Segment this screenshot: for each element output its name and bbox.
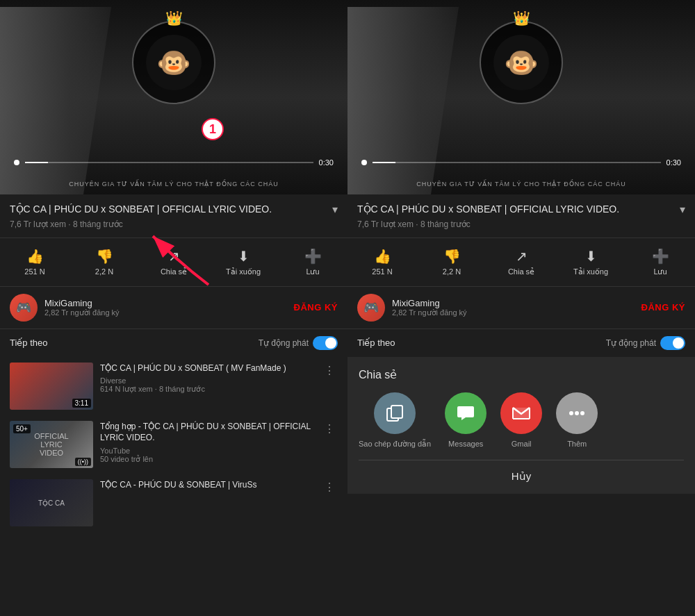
share-button-left[interactable]: ↗ Chia sẻ [139, 244, 208, 281]
action-buttons-left: 👍 251 N 👎 2,2 N ↗ Chia sẻ ⬇ Tải xuống ➕ … [0, 238, 348, 287]
thumbnail-3: TỘC CA [10, 479, 93, 526]
like-icon-right: 👍 [374, 248, 391, 265]
more-icon-3[interactable]: ⋮ [321, 479, 338, 526]
up-next-label-right: Tiếp theo [357, 338, 395, 348]
share-button-right[interactable]: ↗ Chia sẻ [486, 244, 556, 281]
channel-name-right[interactable]: MixiGaming [392, 298, 641, 308]
video-meta-right: 7,6 Tr lượt xem · 8 tháng trước [357, 219, 685, 229]
more-icon-1[interactable]: ⋮ [321, 363, 338, 410]
share-icon-right: ↗ [516, 248, 528, 265]
dislike-button-left[interactable]: 👎 2,2 N [70, 244, 139, 281]
channel-info-left: MixiGaming 2,82 Tr người đăng ký [44, 298, 294, 317]
like-button-right[interactable]: 👍 251 N [348, 244, 417, 281]
more-icon-2[interactable]: ⋮ [321, 421, 338, 468]
channel-name-left[interactable]: MixiGaming [44, 298, 294, 308]
auto-play-label-left: Tự động phát [259, 338, 309, 348]
action-buttons-right: 👍 251 N 👎 2,2 N ↗ Chia sẻ ⬇ Tải xuống ➕ … [348, 238, 695, 287]
like-icon-left: 👍 [26, 248, 44, 265]
save-icon-left: ➕ [304, 248, 322, 265]
up-next-row-left: Tiếp theo Tự động phát [0, 329, 348, 357]
duration-badge-1: 3:11 [72, 399, 91, 408]
mascot-left: 👑 🐵 [125, 14, 222, 111]
share-option-more[interactable]: Thêm [556, 392, 598, 449]
channel-avatar-left[interactable]: 🎮 [10, 294, 38, 322]
channel-row-right: 🎮 MixiGaming 2,82 Tr người đăng ký ĐĂNG … [348, 287, 695, 329]
list-item[interactable]: OFFICIALLYRIC VIDEO 50+ ((•)) Tổng hợp -… [0, 415, 348, 474]
progress-dot-left [14, 160, 19, 165]
video-item-title-3: TỘC CA - PHÚC DU & SONBEAT | ViruSs [100, 479, 314, 491]
subscribe-button-left[interactable]: ĐĂNG KÝ [294, 302, 338, 313]
save-label-right: Lưu [653, 267, 667, 276]
auto-play-toggle-right[interactable] [660, 336, 685, 350]
like-button-left[interactable]: 👍 251 N [0, 244, 70, 281]
download-button-right[interactable]: ⬇ Tải xuống [556, 244, 626, 281]
progress-bar-left[interactable]: 0:30 [14, 158, 334, 167]
copy-icon [384, 403, 405, 424]
video-thumbnail-left[interactable]: 👑 🐵 0:30 CHUYÊN GIA TƯ VẤN TÂM LÝ CHO TH… [0, 0, 348, 194]
save-button-left[interactable]: ➕ Lưu [278, 244, 348, 281]
time-display-left: 0:30 [319, 158, 334, 167]
left-panel: 👑 🐵 0:30 CHUYÊN GIA TƯ VẤN TÂM LÝ CHO TH… [0, 0, 348, 616]
mascot-face-left: 🐵 [146, 35, 202, 90]
gmail-label: Gmail [512, 440, 532, 448]
svg-point-9 [580, 411, 584, 415]
share-label-left: Chia sẻ [161, 267, 187, 276]
avatar-icon-right: 🎮 [363, 300, 379, 315]
svg-rect-2 [391, 406, 402, 418]
messages-icon-circle [445, 392, 486, 434]
share-option-gmail[interactable]: Gmail [500, 392, 542, 449]
video-info-right: TỘC CA | PHÚC DU x SONBEAT | OFFICIAL LY… [348, 194, 695, 238]
up-next-row-right: Tiếp theo Tự động phát [348, 329, 695, 357]
channel-subs-right: 2,82 Tr người đăng ký [392, 308, 641, 317]
messages-label: Messages [448, 440, 483, 448]
video-info-left: TỘC CA | PHÚC DU x SONBEAT | OFFICIAL LY… [0, 194, 348, 238]
right-panel-content: 👑 🐵 0:30 CHUYÊN GIA TƯ VẤN TÂM LÝ CHO TH… [348, 0, 695, 616]
video-item-meta-1: 614 N lượt xem · 8 tháng trước [100, 385, 314, 394]
share-option-copy[interactable]: Sao chép đường dẫn [359, 392, 431, 449]
thumb-overlay-text-3: TỘC CA [38, 499, 65, 506]
subscribe-button-right[interactable]: ĐĂNG KÝ [641, 302, 685, 313]
download-icon-right: ⬇ [585, 248, 597, 265]
auto-play-row-right: Tự động phát [606, 336, 685, 350]
video-item-info-3: TỘC CA - PHÚC DU & SONBEAT | ViruSs [100, 479, 314, 526]
more-dots-icon [566, 403, 587, 424]
thumbnail-1: 3:11 [10, 363, 93, 410]
channel-info-right: MixiGaming 2,82 Tr người đăng ký [392, 298, 641, 317]
share-icon-left: ↗ [168, 248, 180, 265]
video-title-left: TỘC CA | PHÚC DU x SONBEAT | OFFICIAL LY… [10, 203, 327, 217]
channel-avatar-right[interactable]: 🎮 [357, 294, 385, 322]
video-item-info-2: Tổng hợp - TỘC CA | PHÚC DU x SONBEAT | … [100, 421, 314, 468]
download-label-right: Tải xuống [573, 267, 608, 276]
download-button-left[interactable]: ⬇ Tải xuống [208, 244, 278, 281]
video-title-right: TỘC CA | PHÚC DU x SONBEAT | OFFICIAL LY… [357, 203, 674, 217]
list-item[interactable]: 3:11 TỘC CA | PHÚC DU x SONBEAT ( MV Fan… [0, 357, 348, 415]
auto-play-row-left: Tự động phát [259, 336, 338, 350]
video-item-title-2: Tổng hợp - TỘC CA | PHÚC DU x SONBEAT | … [100, 421, 314, 444]
auto-play-toggle-left[interactable] [313, 336, 338, 350]
save-button-right[interactable]: ➕ Lưu [626, 244, 695, 281]
progress-bar-right[interactable]: 0:30 [361, 158, 681, 167]
thumbnail-2: OFFICIALLYRIC VIDEO 50+ ((•)) [10, 421, 93, 468]
video-item-info-1: TỘC CA | PHÚC DU x SONBEAT ( MV FanMade … [100, 363, 314, 410]
like-count-left: 251 N [24, 267, 44, 276]
thumb-overlay-text-2: OFFICIALLYRIC VIDEO [31, 432, 72, 457]
chevron-down-icon-right[interactable]: ▾ [680, 203, 685, 216]
dislike-button-right[interactable]: 👎 2,2 N [417, 244, 486, 281]
dislike-icon-left: 👎 [96, 248, 113, 265]
left-panel-content: 👑 🐵 0:30 CHUYÊN GIA TƯ VẤN TÂM LÝ CHO TH… [0, 0, 348, 616]
download-label-left: Tải xuống [226, 267, 261, 276]
mascot-face-right: 🐵 [493, 35, 549, 90]
chevron-down-icon-left[interactable]: ▾ [332, 203, 338, 216]
video-item-channel-1: Diverse [100, 376, 314, 385]
duration-badge-2: ((•)) [75, 458, 91, 466]
save-label-left: Lưu [306, 267, 319, 276]
share-option-messages[interactable]: Messages [445, 392, 486, 449]
avatar-icon-left: 🎮 [16, 300, 31, 315]
list-item[interactable]: TỘC CA TỘC CA - PHÚC DU & SONBEAT | Viru… [0, 474, 348, 532]
dislike-count-left: 2,2 N [95, 267, 113, 276]
video-item-meta-2: 50 video trở lên [100, 455, 314, 464]
video-thumbnail-right[interactable]: 👑 🐵 0:30 CHUYÊN GIA TƯ VẤN TÂM LÝ CHO TH… [348, 0, 695, 194]
crown-icon-left: 👑 [165, 10, 183, 26]
badge-50plus: 50+ [13, 424, 31, 433]
cancel-button[interactable]: Hủy [512, 470, 531, 482]
